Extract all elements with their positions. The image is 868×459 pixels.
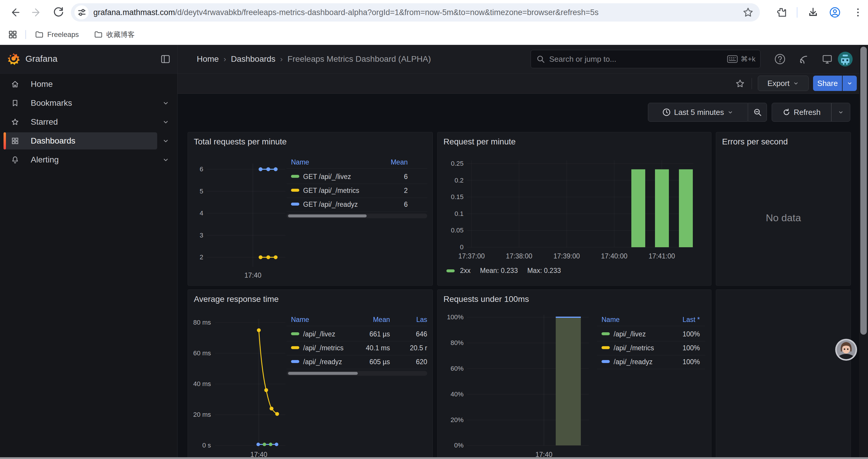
help-icon[interactable] bbox=[773, 53, 786, 66]
news-rss-icon[interactable] bbox=[797, 53, 810, 66]
y-tick-label: 20% bbox=[451, 416, 464, 424]
table-divider bbox=[286, 211, 427, 212]
extensions-icon[interactable] bbox=[775, 6, 788, 19]
sidebar-item-alerting[interactable]: Alerting bbox=[4, 151, 157, 168]
y-tick-label: 0% bbox=[454, 441, 464, 449]
floating-avatar[interactable] bbox=[835, 338, 857, 361]
series-name[interactable]: /api/_/readyz bbox=[614, 358, 653, 366]
sidebar-item-bookmarks[interactable]: Bookmarks bbox=[4, 95, 157, 112]
active-indicator bbox=[4, 132, 6, 150]
table-hscrollbar[interactable] bbox=[286, 214, 427, 218]
breadcrumb-item[interactable]: Freeleaps Metrics Dashboard (ALPHA) bbox=[287, 54, 431, 64]
export-button[interactable]: Export bbox=[758, 76, 809, 91]
profile-icon[interactable] bbox=[829, 6, 841, 19]
sidebar-item-dashboards[interactable]: Dashboards bbox=[4, 132, 157, 150]
x-tick-label: 17:39:00 bbox=[553, 252, 580, 260]
series-name[interactable]: /api/_/livez bbox=[614, 330, 646, 338]
table-hscrollbar-thumb[interactable] bbox=[288, 372, 358, 375]
apps-grid-icon[interactable] bbox=[8, 30, 18, 40]
legend-max: Max: 0.233 bbox=[527, 267, 561, 275]
user-avatar[interactable] bbox=[838, 52, 852, 66]
dashboard-toolbar: Export Share bbox=[177, 73, 868, 94]
chevron-down-icon[interactable] bbox=[162, 99, 169, 107]
chevron-down-icon bbox=[727, 109, 734, 116]
series-swatch bbox=[601, 346, 610, 349]
table-divider bbox=[286, 369, 427, 369]
column-header[interactable]: Name bbox=[291, 316, 309, 324]
panel-request-per-minute: Request per minute 0.250.20.150.10.05017… bbox=[437, 132, 711, 286]
bookmark-star-icon[interactable] bbox=[742, 6, 754, 18]
column-header[interactable]: Las bbox=[416, 316, 427, 324]
y-tick-label: 0.25 bbox=[451, 160, 464, 167]
favorite-star-icon[interactable] bbox=[735, 78, 745, 89]
column-header[interactable]: Name bbox=[291, 158, 309, 166]
forward-icon[interactable] bbox=[30, 6, 43, 19]
column-header[interactable]: Last * bbox=[682, 316, 700, 324]
back-icon[interactable] bbox=[8, 6, 21, 19]
breadcrumb-item[interactable]: Dashboards bbox=[231, 54, 275, 64]
requests-under-100ms-plot[interactable]: 100%80%60%40%20%0%17:40 bbox=[438, 290, 712, 459]
time-range-picker[interactable]: Last 5 minutes bbox=[648, 103, 748, 122]
folder-icon bbox=[35, 30, 44, 39]
legend-mean: Mean: 0.233 bbox=[480, 267, 518, 275]
site-settings-icon[interactable] bbox=[74, 5, 89, 20]
column-header[interactable]: Mean bbox=[373, 316, 390, 324]
table-divider bbox=[286, 326, 427, 326]
zoom-out-button[interactable] bbox=[748, 103, 767, 122]
series-name[interactable]: 2xx bbox=[460, 267, 471, 275]
column-header[interactable]: Name bbox=[601, 316, 620, 324]
y-tick-label: 0.2 bbox=[454, 177, 464, 184]
y-tick-label: 100% bbox=[447, 314, 464, 321]
y-tick-label: 4 bbox=[200, 209, 203, 217]
browser-toolbar: grafana.mathmast.com/d/deytv4rwavabkb/fr… bbox=[0, 0, 868, 25]
search-input[interactable]: Search or jump to... ⌘+k bbox=[531, 50, 761, 68]
search-icon bbox=[536, 55, 545, 64]
breadcrumb-item[interactable]: Home bbox=[197, 54, 219, 64]
bookmark-folder[interactable]: Freeleaps bbox=[35, 29, 79, 40]
share-button[interactable]: Share bbox=[813, 76, 842, 91]
y-tick-label: 60 ms bbox=[193, 350, 211, 357]
keyboard-icon bbox=[727, 55, 738, 63]
bookmark-folder[interactable]: 收藏博客 bbox=[94, 29, 135, 40]
refresh-button[interactable]: Refresh bbox=[772, 103, 831, 122]
share-menu-button[interactable] bbox=[843, 76, 857, 91]
x-tick-label: 17:40 bbox=[244, 271, 261, 279]
sidebar-item-starred[interactable]: Starred bbox=[4, 113, 157, 131]
total-requests-plot[interactable]: 6543217:40 bbox=[188, 132, 433, 286]
url-bar[interactable]: grafana.mathmast.com/d/deytv4rwavabkb/fr… bbox=[71, 3, 760, 22]
sidebar-item-home[interactable]: Home bbox=[4, 76, 157, 93]
column-header[interactable]: Mean bbox=[391, 158, 408, 166]
chevron-down-icon[interactable] bbox=[162, 118, 169, 126]
series-swatch bbox=[291, 203, 299, 205]
table-hscrollbar[interactable] bbox=[286, 371, 427, 376]
sidebar-item-label: Bookmarks bbox=[31, 98, 72, 108]
reload-icon[interactable] bbox=[52, 6, 65, 19]
request-per-minute-plot[interactable]: 0.250.20.150.10.05017:37:0017:38:0017:39… bbox=[438, 132, 712, 286]
scrollbar-thumb[interactable] bbox=[860, 47, 867, 335]
chevron-down-icon[interactable] bbox=[162, 137, 169, 145]
series-name[interactable]: /api/_/metrics bbox=[614, 344, 654, 352]
kiosk-monitor-icon[interactable] bbox=[821, 53, 834, 66]
sidebar-toggle-icon[interactable] bbox=[159, 53, 172, 66]
table-hscrollbar-thumb[interactable] bbox=[288, 215, 367, 218]
star-icon bbox=[11, 118, 20, 126]
series-name[interactable]: GET /api/_/livez bbox=[303, 173, 351, 181]
series-name[interactable]: /api/_/metrics bbox=[303, 344, 344, 352]
panel-title[interactable]: Errors per second bbox=[722, 137, 788, 146]
chevron-down-icon[interactable] bbox=[162, 156, 169, 164]
series-name[interactable]: GET /api/_/readyz bbox=[303, 201, 358, 208]
grafana-logo[interactable] bbox=[7, 53, 20, 66]
series-name[interactable]: /api/_/livez bbox=[303, 330, 335, 338]
sidebar-item-label: Home bbox=[31, 79, 53, 89]
chevron-down-icon bbox=[793, 80, 799, 87]
series-name[interactable]: GET /api/_/metrics bbox=[303, 187, 359, 195]
y-tick-label: 20 ms bbox=[193, 411, 211, 418]
clock-icon bbox=[662, 108, 671, 117]
table-divider bbox=[286, 198, 427, 198]
brand-name[interactable]: Grafana bbox=[25, 54, 57, 64]
download-icon[interactable] bbox=[807, 6, 819, 19]
series-value: 646 bbox=[416, 330, 427, 338]
series-name[interactable]: /api/_/readyz bbox=[303, 358, 342, 366]
refresh-interval-button[interactable] bbox=[831, 103, 850, 122]
browser-menu-icon[interactable] bbox=[851, 6, 864, 19]
